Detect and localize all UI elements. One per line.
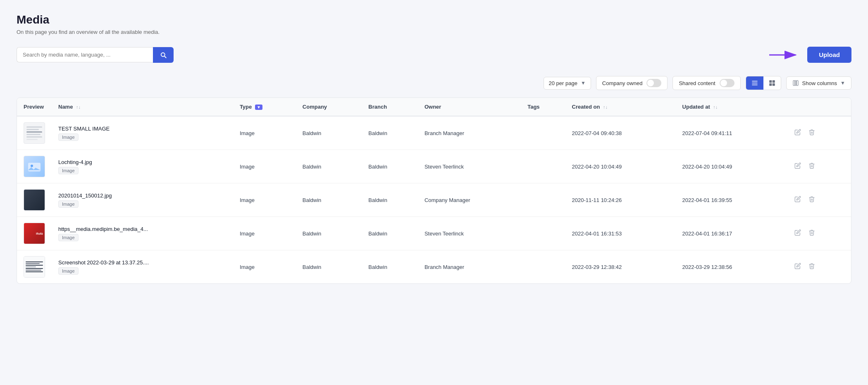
cell-created-on: 2022-03-29 12:38:42: [565, 250, 676, 284]
edit-button[interactable]: [793, 228, 803, 239]
thumbnail: [24, 122, 45, 144]
cell-updated-at: 2022-07-04 09:41:11: [676, 116, 786, 150]
upload-button[interactable]: Upload: [807, 47, 851, 63]
cell-created-on: 2022-04-01 16:31:53: [565, 217, 676, 250]
cell-name: Screenshot 2022-03-29 at 13.37.25.... Im…: [52, 250, 233, 284]
edit-button[interactable]: [793, 261, 803, 273]
delete-button[interactable]: [807, 261, 817, 273]
delete-button[interactable]: [807, 127, 817, 139]
cell-name: TEST SMALL IMAGE Image: [52, 116, 233, 150]
cell-branch: Baldwin: [362, 183, 418, 217]
item-name: Screenshot 2022-03-29 at 13.37.25....: [58, 259, 227, 266]
item-badge: Image: [58, 167, 79, 174]
cell-owner: Steven Teerlinck: [418, 217, 521, 250]
cell-branch: Baldwin: [362, 116, 418, 150]
cell-company: Baldwin: [296, 250, 362, 284]
col-header-name[interactable]: Name ↑↓: [52, 98, 233, 116]
show-columns-label: Show columns: [802, 80, 837, 86]
grid-view-icon: [768, 79, 776, 87]
cell-company: Baldwin: [296, 116, 362, 150]
table-row: 20201014_150012.jpg Image Image Baldwin …: [17, 183, 851, 217]
cell-updated-at: 2022-04-01 16:39:55: [676, 183, 786, 217]
edit-button[interactable]: [793, 194, 803, 206]
grid-view-button[interactable]: [763, 76, 781, 90]
cell-preview: ifulù: [17, 217, 52, 250]
edit-button[interactable]: [793, 161, 803, 172]
item-badge: Image: [58, 200, 79, 208]
table-row: TEST SMALL IMAGE Image Image Baldwin Bal…: [17, 116, 851, 150]
show-columns-button[interactable]: Show columns ▼: [786, 76, 851, 90]
svg-rect-5: [769, 80, 772, 83]
company-owned-toggle-group: Company owned: [596, 76, 668, 90]
cell-owner: Steven Teerlinck: [418, 150, 521, 183]
cell-tags: [521, 250, 565, 284]
toggle-knob: [647, 80, 654, 86]
table-row: Screenshot 2022-03-29 at 13.37.25.... Im…: [17, 250, 851, 284]
cell-actions: [786, 116, 851, 150]
search-button[interactable]: [153, 47, 174, 63]
list-view-icon: [751, 79, 758, 87]
sort-icon: ↑↓: [713, 105, 718, 109]
toggle-knob: [720, 80, 727, 86]
cell-type: Image: [233, 250, 296, 284]
cell-name: https__media.medipim.be_media_4... Image: [52, 217, 233, 250]
company-owned-label: Company owned: [602, 80, 643, 86]
delete-button[interactable]: [807, 194, 817, 206]
page-subtitle: On this page you find an overview of all…: [17, 29, 851, 35]
cell-preview: [17, 183, 52, 217]
table-body: TEST SMALL IMAGE Image Image Baldwin Bal…: [17, 116, 851, 283]
upload-area: Upload: [768, 47, 851, 63]
col-header-company: Company: [296, 98, 362, 116]
media-table: Preview Name ↑↓ Type ▼ Company Branch Ow…: [17, 98, 851, 283]
cell-created-on: 2022-04-20 10:04:49: [565, 150, 676, 183]
col-header-created-on[interactable]: Created on ↑↓: [565, 98, 676, 116]
cell-type: Image: [233, 217, 296, 250]
col-header-branch: Branch: [362, 98, 418, 116]
table-row: Lochting-4.jpg Image Image Baldwin Baldw…: [17, 150, 851, 183]
svg-rect-9: [793, 81, 795, 86]
svg-rect-2: [752, 81, 758, 82]
item-name: Lochting-4.jpg: [58, 159, 227, 165]
thumbnail: [24, 256, 45, 278]
svg-rect-4: [752, 85, 758, 86]
edit-button[interactable]: [793, 127, 803, 139]
company-owned-toggle[interactable]: [646, 79, 661, 87]
search-input[interactable]: [17, 47, 153, 62]
cell-updated-at: 2022-03-29 12:38:56: [676, 250, 786, 284]
list-view-button[interactable]: [746, 76, 763, 90]
search-icon: [160, 51, 167, 59]
cell-actions: [786, 183, 851, 217]
delete-button[interactable]: [807, 161, 817, 172]
cell-company: Baldwin: [296, 150, 362, 183]
toolbar: 20 per page ▼ Company owned Shared conte…: [17, 76, 851, 90]
cell-type: Image: [233, 150, 296, 183]
col-header-actions: [786, 98, 851, 116]
item-name: TEST SMALL IMAGE: [58, 126, 227, 132]
media-table-container: Preview Name ↑↓ Type ▼ Company Branch Ow…: [17, 97, 851, 284]
search-container: [17, 47, 174, 63]
item-badge: Image: [58, 234, 79, 241]
shared-content-toggle-group: Shared content: [672, 76, 740, 90]
col-header-type[interactable]: Type ▼: [233, 98, 296, 116]
cell-actions: [786, 217, 851, 250]
per-page-dropdown[interactable]: 20 per page ▼: [544, 77, 591, 90]
cell-updated-at: 2022-04-20 10:04:49: [676, 150, 786, 183]
cell-tags: [521, 116, 565, 150]
svg-point-13: [31, 165, 33, 167]
cell-actions: [786, 150, 851, 183]
cell-preview: [17, 250, 52, 284]
svg-rect-6: [772, 80, 775, 83]
cell-owner: Branch Manager: [418, 116, 521, 150]
col-header-owner: Owner: [418, 98, 521, 116]
delete-button[interactable]: [807, 228, 817, 239]
thumbnail: [24, 189, 45, 211]
svg-rect-10: [795, 81, 796, 86]
main-page: Media On this page you find an overview …: [0, 0, 868, 297]
cell-company: Baldwin: [296, 217, 362, 250]
item-name: 20201014_150012.jpg: [58, 192, 227, 199]
col-header-updated-at[interactable]: Updated at ↑↓: [676, 98, 786, 116]
thumbnail: ifulù: [24, 223, 45, 244]
view-toggle: [746, 76, 781, 90]
cell-owner: Company Manager: [418, 183, 521, 217]
shared-content-toggle[interactable]: [720, 79, 734, 87]
